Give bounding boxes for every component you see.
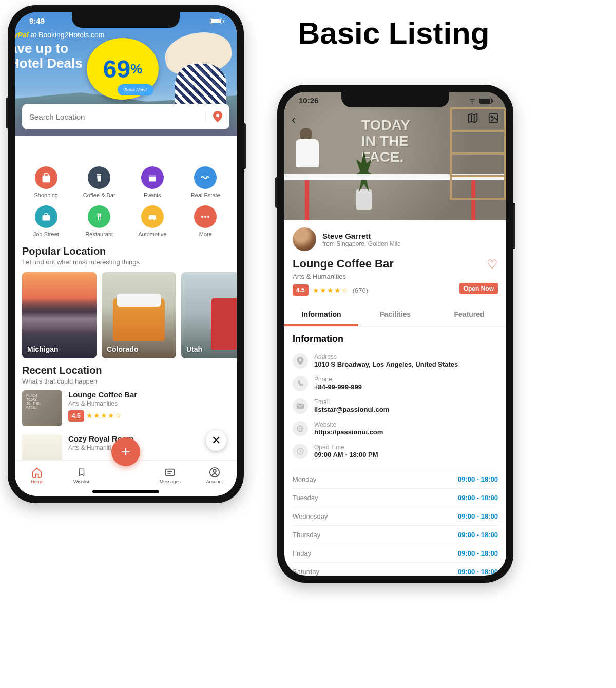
heart-icon[interactable]: ♡ bbox=[487, 257, 498, 272]
notch bbox=[72, 12, 180, 28]
tab-messages[interactable]: Messages bbox=[155, 467, 185, 484]
account-icon bbox=[209, 467, 220, 478]
category-real-estate[interactable]: Real Estate bbox=[182, 166, 230, 198]
stars-icon: ★★★★☆ bbox=[86, 411, 122, 419]
category-events[interactable]: Events bbox=[128, 166, 177, 198]
home-icon bbox=[31, 467, 43, 478]
listing-title: Lounge Coffee Bar bbox=[293, 257, 498, 271]
phone-icon bbox=[293, 376, 308, 391]
category-job-street[interactable]: Job Street bbox=[22, 205, 70, 237]
popular-card-michigan[interactable]: Michigan bbox=[22, 272, 97, 358]
category-restaurant[interactable]: Restaurant bbox=[75, 205, 124, 237]
info-address[interactable]: Address1010 S Broadway, Los Angeles, Uni… bbox=[293, 350, 498, 372]
author-row[interactable]: Steve Garrett from Singapore, Golden Mil… bbox=[284, 220, 506, 256]
listing-hero[interactable]: TODAYIN THEFACE. ‹ bbox=[284, 92, 506, 220]
avatar bbox=[293, 227, 316, 251]
back-button[interactable]: ‹ bbox=[292, 112, 296, 127]
phone-frame-home: 9:49 ayPal at Booking2Hotels.com ave up … bbox=[8, 5, 244, 503]
map-icon[interactable] bbox=[467, 112, 478, 127]
popular-card-colorado[interactable]: Colorado bbox=[102, 272, 176, 358]
recent-section-header: Recent Location What's that could happen bbox=[15, 361, 237, 386]
svg-rect-4 bbox=[45, 214, 48, 215]
category-more[interactable]: More bbox=[182, 205, 230, 237]
svg-rect-13 bbox=[489, 114, 498, 123]
hours-list: Monday09:00 - 18:00 Tuesday09:00 - 18:00… bbox=[284, 470, 506, 576]
svg-point-14 bbox=[491, 116, 493, 118]
open-now-badge: Open Now bbox=[459, 283, 498, 294]
page-title: Basic Listing bbox=[298, 15, 489, 51]
battery-icon bbox=[479, 98, 492, 104]
info-website[interactable]: Websitehttps://passionui.com bbox=[293, 417, 498, 440]
notch bbox=[341, 92, 449, 107]
popular-card-utah[interactable]: Utah bbox=[181, 272, 237, 358]
battery-icon bbox=[210, 18, 222, 24]
add-fab[interactable]: + bbox=[111, 437, 140, 466]
svg-point-6 bbox=[204, 216, 206, 218]
listing-header: Lounge Coffee Bar ♡ Arts & Humanities Op… bbox=[284, 256, 506, 301]
tab-featured[interactable]: Featured bbox=[432, 304, 506, 326]
hours-row: Tuesday09:00 - 18:00 bbox=[293, 488, 498, 507]
svg-rect-2 bbox=[149, 175, 156, 177]
info-open-time[interactable]: Open Time09:00 AM - 18:00 PM bbox=[293, 440, 498, 463]
popular-section-header: Popular Location Let find out what most … bbox=[15, 242, 237, 267]
listing-tabs: Information Facilities Featured bbox=[284, 304, 506, 327]
hours-row: Saturday09:00 - 18:00 bbox=[293, 562, 498, 576]
image-icon[interactable] bbox=[488, 112, 499, 127]
wifi-icon bbox=[468, 98, 476, 104]
svg-point-5 bbox=[201, 216, 203, 218]
popular-scroll[interactable]: Michigan Colorado Utah bbox=[15, 267, 237, 361]
hours-row: Wednesday09:00 - 18:00 bbox=[293, 507, 498, 525]
svg-rect-3 bbox=[42, 215, 50, 221]
category-automotive[interactable]: Automotive bbox=[128, 205, 177, 237]
status-time: 10:26 bbox=[299, 96, 318, 105]
tab-information[interactable]: Information bbox=[284, 304, 358, 326]
recent-item-lounge[interactable]: PUNCHTODAYIN THEFACE. Lounge Coffee Bar … bbox=[22, 386, 229, 430]
pin-icon bbox=[293, 353, 308, 369]
category-shopping[interactable]: Shopping bbox=[22, 166, 70, 198]
mail-icon bbox=[293, 398, 308, 414]
svg-point-12 bbox=[213, 469, 216, 472]
info-email[interactable]: Emailliststar@passionui.com bbox=[293, 395, 498, 417]
globe-icon bbox=[293, 421, 308, 436]
svg-rect-8 bbox=[166, 469, 175, 475]
hours-row: Thursday09:00 - 18:00 bbox=[293, 525, 498, 544]
clock-icon bbox=[293, 444, 308, 459]
hours-row: Friday09:00 - 18:00 bbox=[293, 544, 498, 562]
svg-point-7 bbox=[207, 216, 209, 218]
tab-account[interactable]: Account bbox=[199, 467, 230, 484]
information-section: Information Address1010 S Broadway, Los … bbox=[284, 327, 506, 470]
close-button[interactable]: ✕ bbox=[206, 430, 226, 451]
category-coffee-bar[interactable]: Coffee & Bar bbox=[75, 166, 124, 198]
home-indicator bbox=[92, 490, 159, 493]
bookmark-icon bbox=[77, 467, 86, 478]
tab-wishlist[interactable]: Wishlist bbox=[66, 467, 97, 484]
info-phone[interactable]: Phone+84-99-999-999 bbox=[293, 372, 498, 395]
book-now-button[interactable]: Book Now! bbox=[118, 84, 153, 95]
message-icon bbox=[164, 467, 176, 478]
stars-icon: ★★★★☆ bbox=[313, 286, 349, 294]
hours-row: Monday09:00 - 18:00 bbox=[293, 470, 498, 488]
search-input[interactable] bbox=[29, 112, 205, 121]
phone-frame-listing: 10:26 TODAYIN THEFACE. ‹ bbox=[277, 85, 513, 583]
category-grid: Shopping Coffee & Bar Events Real Estate… bbox=[15, 136, 237, 242]
tab-home[interactable]: Home bbox=[22, 467, 52, 484]
tab-facilities[interactable]: Facilities bbox=[358, 304, 432, 326]
search-bar[interactable] bbox=[22, 104, 229, 129]
status-time: 9:49 bbox=[29, 16, 45, 25]
location-pin-icon[interactable] bbox=[205, 111, 222, 122]
